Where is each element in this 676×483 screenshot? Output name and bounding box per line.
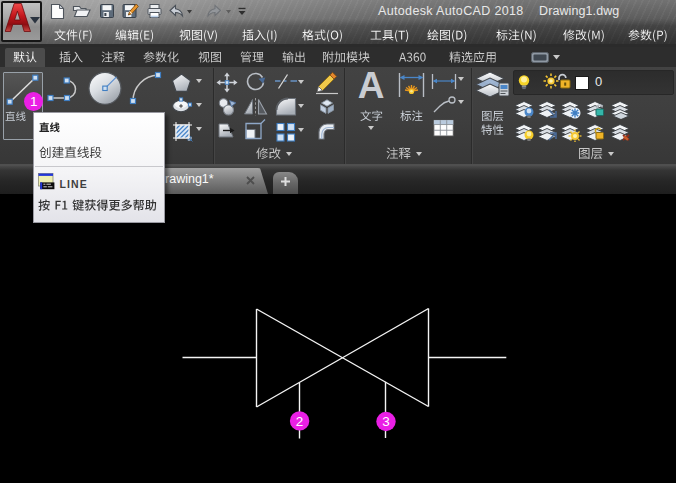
svg-text:3: 3 (382, 414, 390, 429)
svg-text:2: 2 (296, 414, 304, 429)
